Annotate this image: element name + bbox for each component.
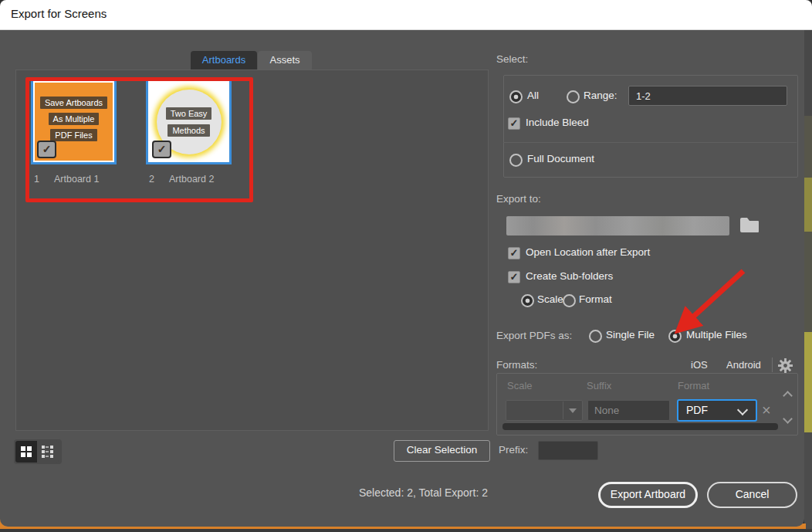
single-file-radio[interactable] [589, 330, 602, 343]
tab-artboards[interactable]: Artboards [191, 51, 257, 69]
subfolder-format-label: Format [579, 293, 612, 305]
ios-preset-link[interactable]: iOS [691, 359, 708, 371]
backdrop-bottom-bar [0, 529, 812, 532]
range-input[interactable] [628, 86, 787, 106]
subfolder-scale-radio[interactable] [521, 294, 534, 307]
backdrop-strip [804, 29, 812, 116]
formats-divider [772, 357, 773, 372]
formats-horizontal-scrollbar[interactable] [502, 423, 778, 430]
prefix-label: Prefix: [499, 444, 528, 456]
chevron-down-icon [737, 405, 748, 415]
export-for-screens-dialog: { "window": { "title": "Export for Scree… [0, 0, 812, 532]
dialog-titlebar: Export for Screens [0, 0, 812, 30]
select-label: Select: [496, 53, 528, 65]
column-header-scale: Scale [507, 380, 533, 391]
grid-view-icon [15, 441, 37, 463]
grid-view-button[interactable] [15, 441, 37, 463]
include-bleed-checkbox[interactable]: ✓ [508, 117, 520, 130]
clear-selection-button[interactable]: Clear Selection [394, 440, 490, 462]
selection-status: Selected: 2, Total Export: 2 [293, 486, 488, 499]
prefix-input[interactable] [538, 441, 598, 460]
column-header-format: Format [678, 380, 709, 391]
open-location-label: Open Location after Export [526, 246, 650, 258]
select-all-label: All [527, 90, 539, 101]
annotation-red-box [25, 77, 253, 202]
backdrop-strip [804, 332, 812, 432]
select-range-radio[interactable] [567, 90, 580, 103]
annotation-arrow [656, 263, 753, 340]
android-preset-link[interactable]: Android [726, 359, 761, 371]
suffix-input[interactable] [587, 400, 670, 421]
backdrop-strip [804, 178, 812, 232]
formats-label: Formats: [496, 359, 537, 371]
dialog-title: Export for Screens [11, 7, 107, 20]
list-view-button[interactable] [37, 441, 59, 463]
scale-dropdown-button[interactable] [563, 402, 581, 419]
backdrop-strip [804, 116, 812, 178]
column-header-suffix: Suffix [587, 380, 611, 391]
remove-format-icon[interactable]: × [762, 402, 771, 418]
list-view-icon [37, 441, 59, 463]
include-bleed-label: Include Bleed [526, 117, 589, 128]
format-select[interactable]: PDF [677, 399, 757, 422]
single-file-label: Single File [606, 329, 655, 341]
scale-dropdown[interactable] [506, 400, 583, 421]
backdrop-strip [804, 432, 812, 532]
format-select-value: PDF [686, 404, 708, 416]
create-subfolders-checkbox[interactable]: ✓ [508, 271, 520, 283]
select-range-label: Range: [584, 90, 617, 101]
cancel-button[interactable]: Cancel [707, 482, 797, 508]
subfolder-format-radio[interactable] [563, 294, 576, 307]
tab-assets[interactable]: Assets [258, 51, 312, 69]
select-all-radio[interactable] [509, 90, 523, 103]
dropdown-arrow-icon [569, 408, 577, 413]
export-pdfs-label: Export PDFs as: [496, 330, 572, 341]
subfolder-scale-label: Scale [537, 293, 563, 305]
backdrop-strip [804, 232, 812, 332]
create-subfolders-label: Create Sub-folders [526, 270, 613, 282]
folder-icon[interactable] [739, 217, 760, 237]
export-artboard-button[interactable]: Export Artboard [598, 482, 698, 508]
full-document-radio[interactable] [509, 154, 523, 167]
full-document-label: Full Document [527, 153, 594, 164]
export-path-field[interactable] [506, 216, 729, 236]
select-divider [503, 142, 797, 143]
open-location-checkbox[interactable]: ✓ [508, 247, 520, 259]
export-to-label: Export to: [496, 193, 541, 205]
